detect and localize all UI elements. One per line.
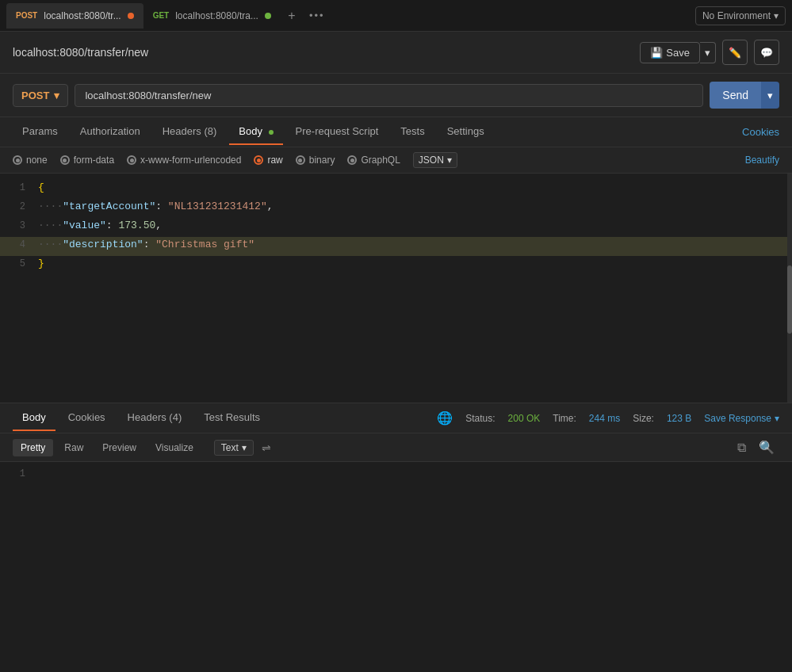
save-label: Save: [666, 47, 690, 59]
beautify-button[interactable]: Beautify: [745, 155, 779, 166]
tab-headers[interactable]: Headers (8): [153, 119, 227, 145]
save-response-chevron-icon: ▾: [775, 413, 779, 424]
send-dropdown-button[interactable]: ▾: [761, 82, 779, 109]
resp-view-visualize[interactable]: Visualize: [147, 439, 201, 456]
response-toolbar: Pretty Raw Preview Visualize Text ▾ ⇌ ⧉ …: [0, 433, 792, 462]
radio-urlencoded: [127, 155, 136, 165]
cookies-link[interactable]: Cookies: [742, 126, 779, 138]
save-button-group: 💾 Save ▾: [640, 42, 716, 63]
env-label: No Environment: [702, 10, 771, 21]
format-chevron-icon: ▾: [447, 155, 452, 166]
add-tab-button[interactable]: +: [281, 5, 303, 27]
body-type-raw[interactable]: raw: [254, 155, 282, 166]
filter-button[interactable]: ⇌: [257, 440, 276, 456]
request-body-editor[interactable]: 1 { 2 ····"targetAccount": "NL1312312314…: [0, 174, 792, 403]
save-response-button[interactable]: Save Response ▾: [704, 413, 779, 424]
format-label: JSON: [419, 155, 444, 166]
tab-method-get: GET: [153, 11, 170, 20]
status-value: 200 OK: [508, 413, 541, 424]
body-type-form-data[interactable]: form-data: [60, 155, 114, 166]
code-line-1: 1 {: [0, 180, 792, 199]
response-line-number-1: 1: [0, 468, 38, 479]
search-icon: 🔍: [759, 441, 775, 454]
body-active-dot: [269, 130, 274, 135]
tab-url-get: localhost:8080/tra...: [175, 10, 258, 21]
urlencoded-label: x-www-form-urlencoded: [140, 155, 241, 166]
radio-raw: [254, 155, 263, 165]
response-body-area: 1: [0, 462, 792, 672]
tab-unsaved-dot-get: [265, 13, 271, 19]
comment-button[interactable]: 💬: [754, 40, 779, 65]
editor-scrollbar[interactable]: [787, 174, 792, 403]
tab-get[interactable]: GET localhost:8080/tra...: [143, 3, 281, 29]
code-line-2: 2 ····"targetAccount": "NL131231231412",: [0, 199, 792, 218]
url-input[interactable]: [75, 84, 703, 107]
tab-authorization[interactable]: Authorization: [71, 119, 150, 145]
search-response-button[interactable]: 🔍: [754, 438, 779, 456]
raw-label: raw: [267, 155, 282, 166]
line-content-5: }: [38, 256, 792, 273]
response-tab-cookies[interactable]: Cookies: [59, 405, 115, 431]
size-label: Size:: [633, 413, 654, 424]
tab-pre-request[interactable]: Pre-request Script: [286, 119, 388, 145]
environment-selector[interactable]: No Environment ▾: [695, 6, 786, 25]
tab-post[interactable]: POST localhost:8080/tr...: [6, 3, 143, 29]
time-label: Time:: [553, 413, 576, 424]
comment-icon: 💬: [760, 47, 773, 59]
response-tab-body[interactable]: Body: [13, 405, 55, 431]
line-number-3: 3: [0, 219, 38, 234]
tab-params[interactable]: Params: [13, 119, 67, 145]
copy-icon: ⧉: [737, 441, 746, 454]
method-chevron-icon: ▾: [54, 90, 59, 101]
radio-form-data: [60, 155, 70, 165]
resp-view-pretty[interactable]: Pretty: [13, 439, 53, 456]
more-icon: •••: [309, 10, 325, 21]
tab-url-post: localhost:8080/tr...: [44, 10, 121, 21]
radio-binary: [296, 155, 305, 165]
response-format-label: Text: [221, 442, 239, 453]
response-code-line-1: 1: [0, 468, 792, 487]
request-bar: localhost:8080/transfer/new 💾 Save ▾ ✏️ …: [0, 32, 792, 74]
body-tab-label: Body: [239, 125, 262, 137]
response-format-selector[interactable]: Text ▾: [214, 440, 254, 456]
binary-label: binary: [309, 155, 335, 166]
save-dropdown-button[interactable]: ▾: [700, 42, 716, 63]
line-number-4: 4: [0, 238, 38, 253]
edit-button[interactable]: ✏️: [722, 40, 748, 65]
response-status-info: 🌐 Status: 200 OK Time: 244 ms Size: 123 …: [437, 410, 779, 426]
add-icon: +: [288, 9, 295, 23]
tab-tests[interactable]: Tests: [391, 119, 434, 145]
tab-unsaved-dot-post: [128, 13, 134, 19]
body-type-urlencoded[interactable]: x-www-form-urlencoded: [127, 155, 241, 166]
response-tab-test-results[interactable]: Test Results: [194, 405, 270, 431]
chevron-down-icon: ▾: [767, 90, 773, 101]
status-label: Status:: [465, 413, 495, 424]
body-type-graphql[interactable]: GraphQL: [347, 155, 400, 166]
request-title: localhost:8080/transfer/new: [13, 46, 148, 59]
save-response-label: Save Response: [704, 413, 771, 424]
method-selector[interactable]: POST ▾: [13, 84, 68, 107]
copy-response-button[interactable]: ⧉: [733, 438, 751, 456]
globe-icon: 🌐: [437, 410, 453, 426]
tab-settings[interactable]: Settings: [438, 119, 494, 145]
format-selector[interactable]: JSON ▾: [413, 152, 457, 168]
send-button[interactable]: Send: [710, 82, 761, 109]
save-icon: 💾: [650, 47, 663, 59]
line-number-1: 1: [0, 181, 38, 196]
editor-scrollbar-thumb[interactable]: [787, 265, 792, 334]
line-content-3: ····"value": 173.50,: [38, 218, 792, 235]
radio-graphql: [347, 155, 357, 165]
none-label: none: [26, 155, 48, 166]
resp-view-raw[interactable]: Raw: [56, 439, 91, 456]
save-button[interactable]: 💾 Save: [640, 42, 700, 63]
tab-body[interactable]: Body: [229, 119, 282, 145]
response-format-chevron-icon: ▾: [242, 442, 247, 453]
more-tabs-button[interactable]: •••: [303, 6, 331, 25]
request-tabs-nav: Params Authorization Headers (8) Body Pr…: [0, 117, 792, 147]
body-type-none[interactable]: none: [13, 155, 48, 166]
send-button-group: Send ▾: [710, 82, 779, 109]
method-url-row: POST ▾ Send ▾: [0, 74, 792, 117]
response-tab-headers[interactable]: Headers (4): [118, 405, 192, 431]
resp-view-preview[interactable]: Preview: [94, 439, 144, 456]
body-type-binary[interactable]: binary: [296, 155, 335, 166]
